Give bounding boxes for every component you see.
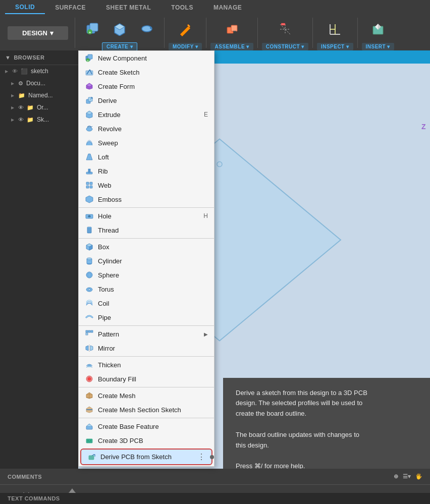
construct-btn1[interactable]: [272, 15, 298, 43]
design-button[interactable]: DESIGN ▾: [8, 26, 68, 40]
design-arrow-icon: ▾: [50, 29, 53, 37]
expand-icon-doc: ▶: [11, 81, 14, 86]
insert-buttons: [365, 15, 391, 43]
assemble-icon1: [225, 22, 240, 37]
sidebar-doc-label: Docu...: [26, 80, 45, 87]
modify-label[interactable]: MODIFY ▾: [169, 43, 202, 50]
assemble-buttons: [219, 15, 245, 43]
create-mesh-label: Create Mesh: [98, 392, 208, 400]
menu-hole[interactable]: Hole H: [79, 209, 214, 223]
sidebar-item-origin[interactable]: ▶ 👁 📁 Or...: [0, 101, 78, 114]
inspect-btn1[interactable]: [322, 15, 348, 43]
menu-revolve[interactable]: Revolve: [79, 122, 214, 136]
menu-pattern[interactable]: Pattern ▶: [79, 327, 214, 341]
coil-menu-icon: [85, 299, 94, 308]
extrude-btn[interactable]: [106, 15, 133, 42]
menu-emboss[interactable]: Emboss: [79, 192, 214, 206]
menu-coil[interactable]: Coil: [79, 296, 214, 310]
menu-create-mesh-section[interactable]: Create Mesh Section Sketch: [79, 403, 214, 417]
sidebar-item-sketches[interactable]: ▶ 👁 📁 Sk...: [0, 114, 78, 126]
hand-tool-icon[interactable]: 🖐: [415, 473, 423, 480]
create-mesh-section-label: Create Mesh Section Sketch: [98, 406, 208, 414]
menu-sweep[interactable]: Sweep: [79, 136, 214, 150]
new-component-btn[interactable]: +: [79, 15, 105, 42]
expand-icon-origin: ▶: [11, 105, 14, 110]
menu-extrude[interactable]: Extrude E: [79, 107, 214, 122]
menu-box[interactable]: Box: [79, 240, 214, 254]
menu-new-component[interactable]: + New Component: [79, 51, 214, 65]
menu-thicken[interactable]: Thicken: [79, 358, 214, 372]
revolve-btn[interactable]: [134, 15, 160, 42]
menu-create-3d-pcb[interactable]: Create 3D PCB: [79, 433, 214, 447]
create-label[interactable]: CREATE ▾: [102, 42, 137, 51]
svg-rect-33: [88, 169, 90, 173]
svg-text:+: +: [89, 30, 91, 35]
assemble-btn1[interactable]: [219, 15, 245, 43]
text-commands-label: TEXT COMMANDS: [8, 495, 60, 501]
web-menu-icon: [85, 181, 94, 190]
sidebar-origin-label: Or...: [37, 104, 48, 111]
tooltip-line-1: Derive a sketch from this design to a 3D…: [236, 388, 417, 399]
menu-sep-2: [79, 238, 214, 239]
insert-label[interactable]: INSERT ▾: [362, 43, 394, 50]
tab-solid[interactable]: SOLID: [5, 1, 45, 14]
inspect-icon1: [328, 22, 343, 37]
inspect-label[interactable]: INSPECT ▾: [317, 43, 353, 50]
menu-sphere[interactable]: Sphere: [79, 268, 214, 282]
thicken-menu-icon: [85, 360, 94, 369]
torus-menu-icon: [85, 285, 94, 294]
design-label: DESIGN: [22, 29, 47, 37]
menu-web[interactable]: Web: [79, 178, 214, 192]
svg-text:Z: Z: [421, 123, 426, 131]
menu-derive[interactable]: Derive: [79, 93, 214, 107]
sidebar-item-sketch[interactable]: ▶ 👁 ⬛ sketch: [0, 65, 78, 77]
menu-create-mesh[interactable]: Create Mesh: [79, 388, 214, 403]
modify-buttons: [172, 15, 198, 43]
toolbar-sep-6: [357, 18, 358, 48]
create-base-feature-menu-icon: [85, 422, 94, 431]
tab-sheet-metal[interactable]: SHEET METAL: [96, 2, 161, 14]
sidebar-item-named-views[interactable]: ▶ 📁 Named...: [0, 89, 78, 101]
svg-rect-61: [88, 330, 90, 332]
tab-bar: SOLID SURFACE SHEET METAL TOOLS MANAGE: [0, 0, 430, 15]
menu-mirror[interactable]: Mirror: [79, 341, 214, 355]
menu-torus[interactable]: Torus: [79, 282, 214, 296]
menu-loft[interactable]: Loft: [79, 150, 214, 164]
comment-options-icon[interactable]: ☰▾: [403, 473, 411, 480]
pattern-arrow-icon: ▶: [204, 331, 208, 337]
menu-create-form[interactable]: Create Form: [79, 79, 214, 93]
construct-buttons: [272, 15, 298, 43]
menu-cylinder[interactable]: Cylinder: [79, 254, 214, 268]
menu-create-sketch[interactable]: Create Sketch: [79, 65, 214, 79]
menu-thread[interactable]: Thread: [79, 223, 214, 237]
expand-icon-sketches: ▶: [11, 118, 14, 122]
menu-derive-pcb[interactable]: Derive PCB from Sketch ⋮: [80, 449, 212, 465]
menu-pipe[interactable]: Pipe: [79, 310, 214, 324]
svg-rect-24: [86, 71, 93, 75]
menu-sep-3: [79, 325, 214, 326]
menu-boundary-fill[interactable]: Boundary Fill: [79, 372, 214, 386]
boundary-fill-label: Boundary Fill: [98, 375, 208, 383]
derive-menu-icon: [85, 96, 94, 105]
create-sketch-menu-icon: [85, 68, 94, 77]
toolbar-group-assemble: ASSEMBLE ▾: [210, 15, 253, 50]
tab-tools[interactable]: TOOLS: [161, 2, 203, 14]
menu-create-base-feature[interactable]: Create Base Feature: [79, 419, 214, 433]
construct-label[interactable]: CONSTRUCT ▾: [262, 43, 308, 50]
menu-sep-4: [79, 356, 214, 357]
insert-btn1[interactable]: [365, 15, 391, 43]
tooltip-line-6: Press ⌘/ for more help.: [236, 461, 417, 469]
sidebar-item-doc-settings[interactable]: ▶ ⚙ Docu...: [0, 77, 78, 89]
assemble-label[interactable]: ASSEMBLE ▾: [210, 43, 253, 50]
derive-pcb-options-icon[interactable]: ⋮: [197, 452, 205, 462]
sphere-menu-icon: [85, 270, 94, 279]
add-comment-icon[interactable]: ⊕: [394, 473, 399, 480]
tab-surface[interactable]: SURFACE: [45, 2, 96, 14]
menu-rib[interactable]: Rib: [79, 164, 214, 178]
extrude-menu-icon: [85, 110, 94, 119]
create-buttons: +: [79, 15, 160, 42]
tab-manage[interactable]: MANAGE: [203, 2, 252, 14]
svg-rect-35: [90, 182, 92, 185]
modify-icon1: [178, 22, 193, 37]
modify-btn1[interactable]: [172, 15, 198, 43]
